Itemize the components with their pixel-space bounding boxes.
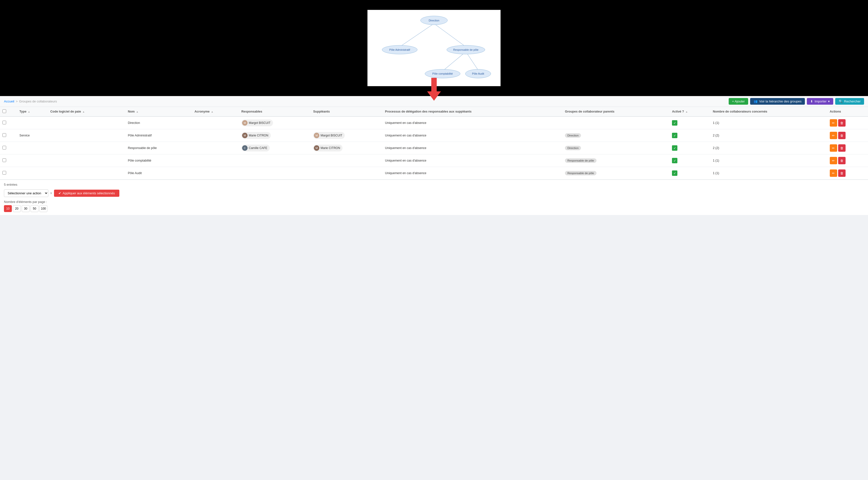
active-sort-icon: ▲ [685, 110, 688, 113]
hierarchy-icon: 👥 [753, 100, 757, 103]
edit-button-2[interactable]: ✏ [830, 144, 837, 152]
header-type[interactable]: Type ▲ [17, 107, 48, 116]
header-acronyme[interactable]: Acronyme ▲ [192, 107, 239, 116]
person-chip[interactable]: CCamille CAFE [241, 144, 270, 151]
cell-nom-0: Direction [125, 116, 192, 129]
cell-actions-3: ✏🗑 [827, 155, 868, 167]
delete-button-2[interactable]: 🗑 [838, 144, 845, 152]
per-page-btn-10[interactable]: 10 [4, 205, 12, 212]
per-page-btn-30[interactable]: 30 [22, 205, 30, 212]
row-checkbox-1[interactable] [2, 133, 6, 137]
cell-type-1: Service [17, 129, 48, 142]
cell-nom-2: Responsable de pôle [125, 142, 192, 155]
code-sort-icon: ▲ [82, 110, 85, 113]
person-name: Camille CAFE [249, 146, 267, 150]
cell-nb-collaborateurs-2: 2 (2) [710, 142, 827, 155]
cell-code-3 [48, 155, 125, 167]
per-page-buttons: 10203050100 [4, 205, 864, 212]
cell-processus-0: Uniquement en cas d'absence [382, 116, 562, 129]
search-button[interactable]: 🔍 Rechercher [835, 98, 864, 105]
per-page-btn-50[interactable]: 50 [31, 205, 38, 212]
header-suppleants: Suppléants [311, 107, 382, 116]
row-checkbox-2[interactable] [2, 146, 6, 149]
apply-check-icon: ✔ [58, 191, 61, 195]
person-chip[interactable]: MMarie CITRON [241, 132, 271, 139]
per-page-btn-100[interactable]: 100 [39, 205, 48, 212]
cell-acronyme-0 [192, 116, 239, 129]
table-row: Pôle comptabilitéUniquement en cas d'abs… [0, 155, 868, 167]
cell-nom-4: Pôle Audit [125, 167, 192, 179]
cell-type-0 [17, 116, 48, 129]
delete-button-0[interactable]: 🗑 [838, 119, 845, 127]
breadcrumb-current: Groupes de collaborateurs [19, 100, 57, 103]
person-chip[interactable]: MMargot BISCUIT [241, 119, 273, 126]
delete-button-4[interactable]: 🗑 [838, 169, 845, 177]
parent-tag: Direction [565, 133, 581, 138]
action-row: Sélectionner une action ✕ ✔ Appliquer au… [4, 190, 864, 197]
cell-responsables-0: MMargot BISCUIT [239, 116, 311, 129]
table-container: Type ▲ Code logiciel de paie ▲ Nom ▲ Acr… [0, 107, 868, 179]
entries-count: 5 entrées [4, 183, 864, 186]
apply-button[interactable]: ✔ Appliquer aux éléments sélectionnés [54, 190, 119, 197]
type-sort-icon: ▲ [28, 110, 30, 113]
svg-line-3 [466, 52, 478, 70]
svg-text:Pôle Audit: Pôle Audit [472, 72, 484, 75]
cell-responsables-4 [239, 167, 311, 179]
per-page-section: Nombre d'éléments par page : 10203050100 [4, 200, 864, 212]
edit-button-3[interactable]: ✏ [830, 157, 837, 164]
header-parents: Groupes de collaborateur parents [562, 107, 670, 116]
cell-type-4 [17, 167, 48, 179]
person-name: Margot BISCUIT [320, 134, 342, 137]
table-row: Responsable de pôleCCamille CAFEMMarie C… [0, 142, 868, 155]
person-chip[interactable]: MMargot BISCUIT [313, 132, 345, 139]
delete-button-1[interactable]: 🗑 [838, 132, 845, 139]
cell-suppleants-1: MMargot BISCUIT [311, 129, 382, 142]
diagram-box: Direction Pôle Administratif Responsable… [367, 10, 501, 86]
person-chip[interactable]: MMarie CITRON [313, 144, 342, 151]
main-table: Type ▲ Code logiciel de paie ▲ Nom ▲ Acr… [0, 107, 868, 179]
cell-active-2: ✓ [670, 142, 710, 155]
cell-parents-0 [562, 116, 670, 129]
active-checkmark: ✓ [672, 133, 677, 138]
per-page-btn-20[interactable]: 20 [13, 205, 21, 212]
header-processus: Processus de délégation des responsables… [382, 107, 562, 116]
header-responsables: Responsables [239, 107, 311, 116]
table-header-row: Type ▲ Code logiciel de paie ▲ Nom ▲ Acr… [0, 107, 868, 116]
header-actions: Actions [827, 107, 868, 116]
svg-line-1 [434, 24, 466, 47]
add-button[interactable]: + Ajouter [729, 98, 748, 105]
header-code[interactable]: Code logiciel de paie ▲ [48, 107, 125, 116]
breadcrumb-home[interactable]: Accueil [4, 100, 14, 103]
cell-suppleants-2: MMarie CITRON [311, 142, 382, 155]
cell-parents-1: Direction [562, 129, 670, 142]
row-checkbox-4[interactable] [2, 171, 6, 175]
header-nom[interactable]: Nom ▲ [125, 107, 192, 116]
cell-responsables-2: CCamille CAFE [239, 142, 311, 155]
cell-parents-2: Direction [562, 142, 670, 155]
svg-text:Responsable de pôle: Responsable de pôle [453, 48, 478, 51]
cell-code-1 [48, 129, 125, 142]
cell-responsables-1: MMarie CITRON [239, 129, 311, 142]
row-checkbox-3[interactable] [2, 158, 6, 162]
action-select[interactable]: Sélectionner une action [4, 190, 48, 197]
delete-button-3[interactable]: 🗑 [838, 157, 845, 164]
table-row: Pôle AuditUniquement en cas d'absenceRes… [0, 167, 868, 179]
cell-suppleants-0 [311, 116, 382, 129]
cell-processus-2: Uniquement en cas d'absence [382, 142, 562, 155]
select-all-checkbox[interactable] [2, 109, 6, 113]
cell-type-2 [17, 142, 48, 155]
import-button[interactable]: ⬇ Importer ▾ [807, 98, 833, 105]
cell-type-3 [17, 155, 48, 167]
edit-button-1[interactable]: ✏ [830, 132, 837, 139]
person-name: Margot BISCUIT [249, 121, 271, 125]
cell-code-4 [48, 167, 125, 179]
edit-button-0[interactable]: ✏ [830, 119, 837, 127]
cell-actions-4: ✏🗑 [827, 167, 868, 179]
hierarchy-button[interactable]: 👥 Voir la hiérarchie des groupes [750, 98, 805, 105]
edit-button-4[interactable]: ✏ [830, 169, 837, 177]
breadcrumb: Accueil > Groupes de collaborateurs [4, 100, 57, 103]
search-icon: 🔍 [839, 100, 843, 103]
header-active[interactable]: Activé ? ▲ [670, 107, 710, 116]
row-checkbox-0[interactable] [2, 121, 6, 124]
active-checkmark: ✓ [672, 120, 677, 126]
